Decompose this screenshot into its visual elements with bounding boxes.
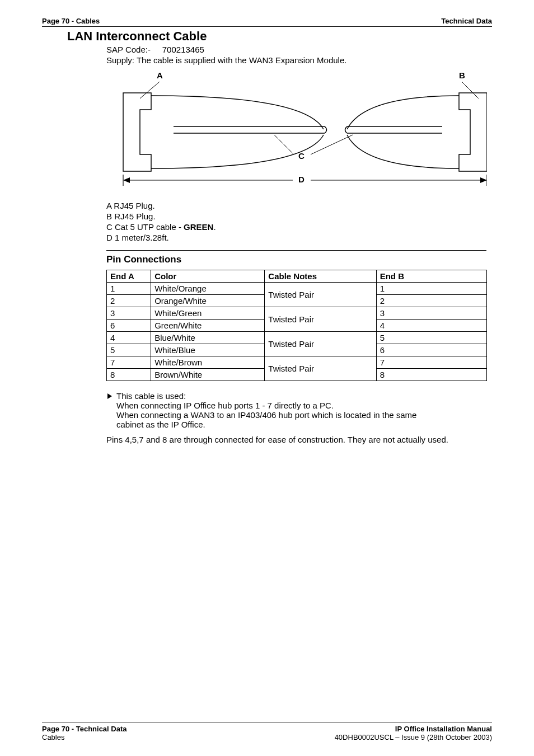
table-row: 3 White/Green Twisted Pair 3 <box>107 307 487 320</box>
th-notes: Cable Notes <box>265 270 376 283</box>
cell-enda: 8 <box>107 369 151 381</box>
legend-a: A RJ45 Plug. <box>106 201 486 210</box>
footer-right-2: 40DHB0002USCL – Issue 9 (28th October 20… <box>335 733 492 741</box>
cell-color: White/Blue <box>151 344 265 356</box>
legend-b: B RJ45 Plug. <box>106 212 486 221</box>
legend-c-suffix: . <box>213 222 216 232</box>
diagram-label-a: A <box>157 71 163 80</box>
table-row: 4 Blue/White Twisted Pair 5 <box>107 332 487 344</box>
cell-endb: 6 <box>376 344 486 356</box>
diagram-label-b: B <box>459 71 465 80</box>
svg-line-1 <box>462 82 479 98</box>
cell-notes: Twisted Pair <box>265 356 376 381</box>
svg-marker-14 <box>107 393 112 399</box>
section-title: LAN Interconnect Cable <box>67 29 492 44</box>
cell-endb: 1 <box>376 283 486 295</box>
page-header: Page 70 - Cables Technical Data <box>42 17 492 27</box>
svg-marker-10 <box>123 177 130 183</box>
bullet-text: This cable is used: When connecting IP O… <box>116 391 416 429</box>
cell-enda: 6 <box>107 320 151 332</box>
table-header-row: End A Color Cable Notes End B <box>107 270 487 283</box>
pin-connections-header: Pin Connections <box>106 250 486 265</box>
cable-diagram: A B C D <box>106 71 492 195</box>
footer-left-2: Cables <box>42 733 127 741</box>
cell-color: Orange/White <box>151 295 265 307</box>
diagram-label-d: D <box>298 175 305 184</box>
cell-endb: 3 <box>376 307 486 320</box>
page-footer: Page 70 - Technical Data Cables IP Offic… <box>42 722 492 741</box>
svg-line-7 <box>311 135 353 154</box>
arrow-right-icon <box>106 392 116 429</box>
header-left: Page 70 - Cables <box>42 17 100 25</box>
cell-endb: 8 <box>376 369 486 381</box>
cell-enda: 5 <box>107 344 151 356</box>
legend-c: C Cat 5 UTP cable - GREEN. <box>106 222 486 232</box>
header-right: Technical Data <box>441 17 492 25</box>
footer-left-1: Page 70 - Technical Data <box>42 725 127 733</box>
cell-enda: 1 <box>107 283 151 295</box>
cell-endb: 4 <box>376 320 486 332</box>
sap-code-line: SAP Code:- 700213465 <box>106 45 486 54</box>
legend-block: A RJ45 Plug. B RJ45 Plug. C Cat 5 UTP ca… <box>106 201 486 242</box>
cell-endb: 5 <box>376 332 486 344</box>
footnote-paragraph: Pins 4,5,7 and 8 are through connected f… <box>106 435 486 444</box>
cell-endb: 7 <box>376 356 486 369</box>
supply-line: Supply: The cable is supplied with the W… <box>106 55 486 65</box>
legend-c-bold: GREEN <box>184 222 213 232</box>
bullet-lead: This cable is used: <box>116 391 416 401</box>
th-end-b: End B <box>376 270 486 283</box>
cell-endb: 2 <box>376 295 486 307</box>
th-end-a: End A <box>107 270 151 283</box>
legend-c-prefix: C Cat 5 UTP cable - <box>106 222 184 232</box>
intro-block: SAP Code:- 700213465 Supply: The cable i… <box>106 45 486 65</box>
cell-notes: Twisted Pair <box>265 283 376 307</box>
bullet-line-3: cabinet as the IP Office. <box>116 420 416 429</box>
footer-right: IP Office Installation Manual 40DHB0002U… <box>335 725 492 741</box>
cell-notes: Twisted Pair <box>265 307 376 332</box>
cell-notes: Twisted Pair <box>265 332 376 356</box>
cell-color: White/Green <box>151 307 265 320</box>
sap-prefix: SAP Code:- <box>106 45 151 54</box>
th-color: Color <box>151 270 265 283</box>
cell-color: White/Brown <box>151 356 265 369</box>
svg-marker-11 <box>480 177 487 183</box>
cell-enda: 4 <box>107 332 151 344</box>
cell-enda: 7 <box>107 356 151 369</box>
cell-color: Brown/White <box>151 369 265 381</box>
svg-line-6 <box>274 135 294 154</box>
document-page: Page 70 - Cables Technical Data LAN Inte… <box>0 0 534 756</box>
cell-enda: 3 <box>107 307 151 320</box>
cell-color: Green/White <box>151 320 265 332</box>
table-row: 1 White/Orange Twisted Pair 1 <box>107 283 487 295</box>
usage-bullet: This cable is used: When connecting IP O… <box>106 391 486 429</box>
sap-code: 700213465 <box>162 45 204 54</box>
bullet-line-2: When connecting a WAN3 to an IP403/406 h… <box>116 410 416 420</box>
footer-right-1: IP Office Installation Manual <box>335 725 492 733</box>
cell-enda: 2 <box>107 295 151 307</box>
pin-connections-table: End A Color Cable Notes End B 1 White/Or… <box>106 270 487 381</box>
footer-left: Page 70 - Technical Data Cables <box>42 725 127 741</box>
bullet-line-1: When connecting IP Office hub ports 1 - … <box>116 401 416 410</box>
cell-color: White/Orange <box>151 283 265 295</box>
cell-color: Blue/White <box>151 332 265 344</box>
legend-d: D 1 meter/3.28ft. <box>106 233 486 242</box>
table-row: 7 White/Brown Twisted Pair 7 <box>107 356 487 369</box>
